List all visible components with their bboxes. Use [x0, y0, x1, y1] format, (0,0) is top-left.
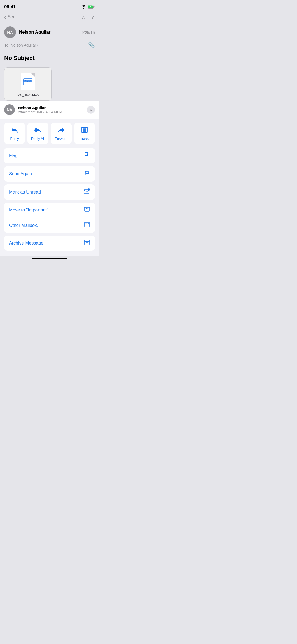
email-subject: No Subject	[4, 51, 95, 65]
sender-name: Nelson Aguilar	[19, 30, 50, 35]
sender-info: Nelson Aguilar	[19, 30, 78, 35]
svg-point-15	[88, 188, 90, 191]
other-mailbox-menu-item[interactable]: Other Mailbox...	[4, 218, 95, 233]
email-container: NA Nelson Aguilar 9/25/15 To: Nelson Agu…	[0, 23, 99, 101]
sheet-email-info: Nelson Aguilar Attachment: IMG_4504.MOV	[18, 105, 84, 114]
reply-all-label: Reply All	[31, 137, 45, 141]
mailbox-menu-group: Move to "Important" Other Mailbox...	[4, 203, 95, 233]
sheet-attachment-text: Attachment: IMG_4504.MOV	[18, 110, 84, 114]
file-icon	[21, 73, 35, 90]
file-corner	[31, 73, 35, 77]
attachment-card[interactable]: IMG_4504.MOV	[4, 67, 52, 101]
forward-label: Forward	[55, 137, 68, 141]
attachment-container: IMG_4504.MOV	[4, 67, 95, 101]
home-bar	[32, 258, 67, 259]
archive-menu-item[interactable]: Archive Message	[4, 236, 95, 251]
sheet-close-button[interactable]: ×	[87, 106, 95, 114]
to-name: Nelson Aguilar	[11, 43, 36, 47]
clapperboard-icon	[23, 78, 32, 85]
reply-all-icon	[34, 127, 42, 135]
mark-unread-label: Mark as Unread	[9, 190, 41, 195]
status-icons	[82, 5, 95, 9]
sheet-avatar: NA	[4, 104, 15, 115]
send-again-label: Send Again	[9, 171, 32, 177]
sheet-email-preview: NA Nelson Aguilar Attachment: IMG_4504.M…	[0, 101, 99, 119]
mark-unread-icon	[84, 188, 90, 196]
reply-all-button[interactable]: Reply All	[27, 123, 48, 144]
to-chevron-icon: ›	[37, 43, 38, 47]
reply-label: Reply	[10, 137, 19, 141]
status-bar: 09:41	[0, 0, 99, 12]
send-again-menu-item[interactable]: Send Again	[4, 166, 95, 182]
mark-unread-menu-item[interactable]: Mark as Unread	[4, 184, 95, 200]
move-important-icon	[84, 207, 90, 213]
archive-icon	[84, 240, 90, 246]
flag-icon	[84, 152, 90, 159]
other-mailbox-label: Other Mailbox...	[9, 223, 41, 228]
move-important-label: Move to "Important"	[9, 208, 48, 213]
attachment-filename: IMG_4504.MOV	[17, 93, 40, 97]
trash-icon	[81, 126, 88, 135]
reply-icon	[11, 127, 18, 135]
back-label: Sent	[8, 14, 17, 20]
sender-avatar: NA	[4, 26, 16, 38]
attachment-clip-icon: 📎	[88, 42, 95, 48]
nav-down-button[interactable]: ∨	[91, 14, 95, 20]
send-again-icon	[84, 170, 90, 177]
email-header: NA Nelson Aguilar 9/25/15	[4, 23, 95, 40]
forward-icon	[58, 127, 65, 135]
home-indicator	[0, 256, 99, 260]
trash-button[interactable]: Trash	[74, 123, 95, 144]
action-buttons-row: Reply Reply All Forward	[0, 119, 99, 148]
email-date: 9/25/15	[82, 30, 95, 35]
nav-arrows: ∧ ∨	[82, 14, 95, 20]
flag-label: Flag	[9, 153, 18, 158]
back-button[interactable]: ‹ Sent	[4, 14, 17, 20]
nav-up-button[interactable]: ∧	[82, 14, 86, 20]
svg-rect-2	[24, 80, 32, 85]
bottom-sheet: NA Nelson Aguilar Attachment: IMG_4504.M…	[0, 101, 99, 256]
menu-section: Flag Send Again Mark as Unread	[0, 148, 99, 251]
flag-menu-item[interactable]: Flag	[4, 148, 95, 163]
move-important-menu-item[interactable]: Move to "Important"	[4, 203, 95, 218]
to-label[interactable]: To: Nelson Aguilar ›	[4, 43, 38, 47]
status-time: 09:41	[4, 4, 16, 10]
reply-button[interactable]: Reply	[4, 123, 25, 144]
email-to-row: To: Nelson Aguilar › 📎	[4, 40, 95, 51]
forward-button[interactable]: Forward	[51, 123, 72, 144]
other-mailbox-icon	[84, 222, 90, 229]
close-icon: ×	[90, 108, 92, 112]
wifi-icon	[82, 5, 86, 9]
back-arrow-icon: ‹	[4, 14, 6, 20]
archive-label: Archive Message	[9, 241, 43, 246]
sheet-sender-name: Nelson Aguilar	[18, 105, 84, 110]
trash-label: Trash	[80, 137, 89, 141]
nav-bar: ‹ Sent ∧ ∨	[0, 12, 99, 23]
battery-icon	[88, 5, 95, 9]
